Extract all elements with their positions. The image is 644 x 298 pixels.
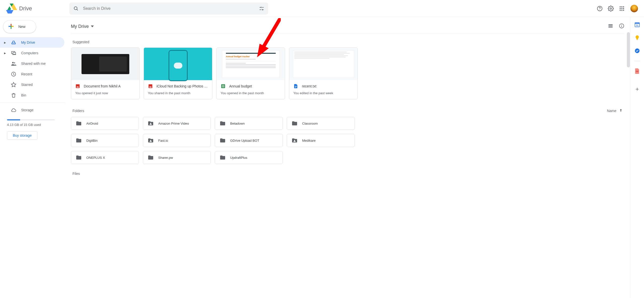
sidebar-item-label: Starred	[21, 83, 33, 87]
folder-icon	[148, 155, 154, 161]
chevron-right-icon[interactable]: ▶	[4, 52, 6, 55]
svg-marker-31	[11, 82, 16, 87]
shared-folder-icon	[148, 120, 154, 126]
apps-icon[interactable]	[619, 6, 625, 12]
my-drive-icon	[11, 39, 17, 45]
folder-name: Classroom	[302, 122, 318, 125]
thumbnail	[71, 48, 139, 80]
sidebar-item-my-drive[interactable]: ▶ My Drive	[0, 37, 64, 48]
info-icon[interactable]	[619, 23, 624, 30]
folder-name: AirDroid	[86, 122, 98, 125]
arrow-up-icon[interactable]	[619, 108, 623, 113]
list-view-icon[interactable]	[608, 23, 613, 30]
card-subtitle: You shared in the past month	[148, 91, 208, 95]
folder-name: Sharer.pw	[158, 156, 173, 160]
folder-icon	[292, 120, 298, 126]
suggested-card[interactable]: iCloud Not Backing up Photos … You share…	[144, 47, 212, 99]
logo-area[interactable]: Drive	[4, 4, 69, 14]
folder-name: Medikare	[302, 139, 315, 142]
folder-item[interactable]: Betadown	[215, 117, 283, 130]
search-bar[interactable]	[69, 3, 268, 15]
content-area: My Drive	[65, 17, 630, 298]
recent-icon	[11, 71, 17, 77]
svg-rect-47	[295, 86, 297, 86]
help-icon[interactable]	[597, 6, 603, 12]
sidebar-item-recent[interactable]: Recent	[0, 69, 65, 79]
thumbnail	[289, 48, 357, 80]
search-input[interactable]	[83, 6, 255, 11]
folder-item[interactable]: DigitBin	[71, 134, 139, 147]
svg-point-50	[150, 123, 151, 124]
app-name: Drive	[19, 5, 32, 12]
svg-rect-5	[260, 9, 261, 10]
folder-grid: AirDroidAmazon Prime VideoBetadownClassr…	[71, 117, 624, 164]
folder-icon	[76, 155, 82, 161]
suggested-card[interactable]: recent.txt You edited in the past week	[289, 47, 358, 99]
breadcrumb[interactable]: My Drive	[71, 24, 94, 29]
keep-icon[interactable]	[634, 35, 640, 41]
svg-rect-33	[609, 26, 613, 26]
sidebar-item-computers[interactable]: ▶ Computers	[0, 48, 65, 58]
breadcrumb-label: My Drive	[71, 24, 89, 29]
folder-item[interactable]: Amazon Prime Video	[143, 117, 211, 130]
gear-icon[interactable]	[608, 6, 614, 12]
folder-name: DigitBin	[86, 139, 98, 142]
folder-item[interactable]: GDrive Upload BOT	[215, 134, 283, 147]
tasks-icon[interactable]	[634, 48, 640, 54]
svg-rect-32	[609, 24, 613, 25]
new-button[interactable]: New	[3, 20, 36, 33]
drive-logo-icon	[6, 4, 17, 14]
svg-rect-24	[12, 43, 16, 44]
suggested-card[interactable]: Annual budget tracker	[216, 47, 285, 99]
scrollbar[interactable]	[627, 32, 630, 67]
svg-rect-39	[76, 84, 80, 88]
folder-item[interactable]: AirDroid	[71, 117, 139, 130]
sort-label[interactable]: Name	[607, 109, 616, 113]
sidebar-item-label: Computers	[21, 51, 38, 55]
chevron-right-icon[interactable]: ▶	[4, 41, 6, 44]
svg-text:31: 31	[636, 24, 638, 27]
search-icon[interactable]	[73, 6, 79, 12]
sidebar-item-label: Bin	[21, 93, 26, 97]
sidebar-item-label: Shared with me	[21, 62, 46, 66]
shared-folder-icon	[148, 137, 154, 143]
sidebar-item-shared[interactable]: Shared with me	[0, 58, 65, 69]
svg-point-29	[14, 62, 15, 64]
new-button-label: New	[18, 25, 25, 29]
svg-line-2	[77, 9, 78, 10]
folder-item[interactable]: Fast.io	[143, 134, 211, 147]
folder-item[interactable]: Sharer.pw	[143, 151, 211, 164]
folder-item[interactable]: Medikare	[287, 134, 355, 147]
section-title-suggested: Suggested	[72, 40, 624, 44]
folder-item[interactable]: ONEPLUS X	[71, 151, 139, 164]
pdf-addon-icon[interactable]: PDF	[634, 68, 640, 74]
side-panel: 31 PDF	[630, 17, 644, 298]
plus-icon	[7, 23, 15, 31]
add-addon-icon[interactable]	[634, 86, 640, 92]
computers-icon	[11, 50, 17, 56]
section-title-files: Files	[72, 172, 624, 176]
search-options-icon[interactable]	[259, 6, 265, 12]
suggested-card[interactable]: Document from Nikhil A You opened it jus…	[71, 47, 140, 99]
svg-point-19	[621, 10, 622, 11]
card-title: iCloud Not Backing up Photos …	[156, 84, 208, 88]
sidebar-item-starred[interactable]: Starred	[0, 79, 65, 90]
avatar[interactable]	[630, 4, 638, 13]
svg-rect-22	[12, 26, 14, 27]
sidebar-item-bin[interactable]: Bin	[0, 90, 65, 101]
buy-storage-button[interactable]: Buy storage	[7, 131, 37, 140]
calendar-icon[interactable]: 31	[634, 22, 640, 28]
svg-point-17	[623, 8, 624, 9]
folder-name: Amazon Prime Video	[158, 122, 189, 125]
svg-rect-41	[149, 84, 152, 88]
sidebar-item-storage[interactable]: Storage	[0, 105, 65, 115]
folder-name: Betadown	[230, 122, 245, 125]
svg-rect-7	[261, 7, 261, 8]
folder-item[interactable]: UpdraftPlus	[215, 151, 283, 164]
folder-icon	[76, 137, 82, 143]
folder-icon	[220, 155, 226, 161]
docs-file-icon	[293, 84, 298, 89]
trash-icon	[11, 92, 17, 98]
folder-item[interactable]: Classroom	[287, 117, 355, 130]
header-actions	[597, 4, 640, 13]
